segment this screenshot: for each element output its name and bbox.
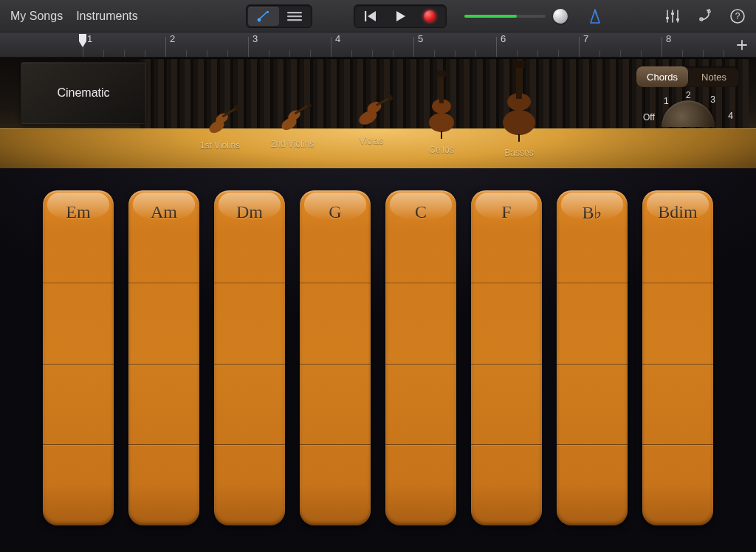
chord-strip-segment[interactable]: [128, 364, 199, 445]
mixer-button[interactable]: [664, 9, 681, 24]
chord-strip-segment[interactable]: [214, 444, 285, 525]
autoplay-step-3: 3: [710, 94, 715, 105]
chord-strip-segment[interactable]: [471, 444, 542, 525]
chord-strip-segment[interactable]: [471, 364, 542, 445]
instrument-view-button[interactable]: [248, 7, 279, 26]
tracks-view-button[interactable]: [279, 7, 310, 26]
svg-point-0: [257, 18, 261, 21]
section-label: 2nd Violins: [268, 139, 317, 149]
ruler-subtick: [537, 50, 538, 57]
chord-strip-segment[interactable]: [557, 444, 628, 525]
toolbar-right-group: ?: [664, 8, 746, 24]
svg-marker-6: [368, 11, 376, 21]
chord-strip-segment[interactable]: [642, 364, 713, 445]
go-to-start-button[interactable]: [356, 7, 385, 26]
help-button[interactable]: ?: [729, 8, 746, 24]
chord-strip: Am: [128, 190, 199, 525]
section-cellos[interactable]: Cellos: [419, 71, 464, 155]
section-label: Basses: [493, 148, 545, 158]
svg-rect-42: [513, 61, 525, 68]
ruler-subtick: [475, 50, 476, 57]
chord-label: Em: [66, 202, 90, 222]
svg-rect-13: [666, 17, 669, 19]
chord-strip-segment[interactable]: [385, 364, 456, 445]
metronome-button[interactable]: [587, 8, 603, 24]
instrument-selector[interactable]: Cinematic: [21, 62, 146, 124]
chord-strip-head[interactable]: F: [471, 190, 542, 283]
chord-strip-segment[interactable]: [300, 283, 371, 364]
chord-strip-segment[interactable]: [642, 444, 713, 525]
chord-strip-segment[interactable]: [642, 283, 713, 364]
chord-strip-segment[interactable]: [214, 283, 285, 364]
svg-marker-8: [591, 10, 599, 23]
ruler-bar-number: 3: [252, 33, 258, 44]
chord-strip: B♭: [557, 190, 628, 525]
svg-rect-36: [439, 74, 444, 103]
record-button[interactable]: [415, 7, 444, 26]
chord-label: G: [329, 202, 341, 222]
chord-strip: C: [385, 190, 456, 525]
master-volume[interactable]: [464, 9, 568, 24]
playhead[interactable]: [78, 34, 88, 49]
chord-strip-segment[interactable]: [300, 444, 371, 525]
settings-button[interactable]: [697, 8, 713, 24]
section-2nd-violins[interactable]: 2nd Violins: [268, 99, 317, 149]
chord-strip-segment[interactable]: [385, 444, 456, 525]
volume-knob[interactable]: [553, 9, 568, 24]
timeline-ruler[interactable]: 12345678: [0, 32, 756, 58]
chord-strip-segment[interactable]: [214, 364, 285, 445]
chord-strip-segment[interactable]: [300, 364, 371, 445]
ruler-bar-marker: 2: [165, 37, 166, 57]
chord-strip-segment[interactable]: [43, 283, 114, 364]
chord-strip-head[interactable]: C: [385, 190, 456, 283]
autoplay-control[interactable]: Off 1 2 3 4 Autoplay: [636, 94, 740, 161]
section-1st-violins[interactable]: 1st Violins: [196, 103, 244, 151]
stage-area: Cinematic 1st Violins 2nd Violins Violas…: [0, 58, 756, 168]
chord-label: Am: [151, 202, 177, 222]
ruler-bar-number: 5: [418, 33, 423, 44]
chord-strip-head[interactable]: Bdim: [642, 190, 713, 283]
ruler-bar-number: 7: [583, 33, 588, 44]
mode-notes[interactable]: Notes: [688, 66, 740, 87]
ruler-subtick: [434, 50, 435, 57]
chord-strip-head[interactable]: G: [300, 190, 371, 283]
chord-strip-segment[interactable]: [557, 364, 628, 445]
svg-text:?: ?: [735, 11, 740, 21]
my-songs-button[interactable]: My Songs: [10, 10, 63, 23]
ruler-subtick: [145, 50, 145, 57]
instruments-button[interactable]: Instruments: [76, 10, 138, 23]
chord-strip-segment[interactable]: [385, 283, 456, 364]
autoplay-step-1: 1: [664, 96, 669, 106]
chord-strip-head[interactable]: Em: [43, 190, 114, 283]
autoplay-dial[interactable]: Off 1 2 3 4: [647, 94, 729, 135]
section-label: Violas: [346, 136, 397, 146]
ruler-subtick: [682, 50, 683, 57]
violin-icon: [268, 99, 317, 134]
chord-strip-segment[interactable]: [43, 364, 114, 445]
ruler-subtick: [620, 50, 621, 57]
chord-strip-head[interactable]: Dm: [214, 190, 285, 283]
viola-icon: [346, 89, 397, 131]
chords-notes-toggle[interactable]: Chords Notes: [636, 66, 740, 87]
section-basses[interactable]: Basses: [493, 61, 545, 158]
chord-strip-segment[interactable]: [128, 444, 199, 525]
chord-strip-segment[interactable]: [43, 444, 114, 525]
play-button[interactable]: [385, 7, 415, 26]
chord-strip-head[interactable]: Am: [128, 190, 199, 283]
chord-strip-segment[interactable]: [557, 283, 628, 364]
chord-strip-head[interactable]: B♭: [557, 190, 628, 283]
view-mode-group: [246, 4, 312, 28]
violin-icon: [196, 103, 244, 136]
ruler-subtick: [124, 50, 125, 57]
add-section-button[interactable]: [732, 35, 752, 55]
section-violas[interactable]: Violas: [346, 89, 397, 146]
volume-track[interactable]: [464, 15, 546, 18]
ruler-bar-marker: 7: [579, 37, 580, 57]
mode-chords[interactable]: Chords: [636, 66, 688, 87]
ruler-subtick: [372, 50, 373, 57]
chord-strip-segment[interactable]: [128, 283, 199, 364]
svg-marker-7: [396, 11, 405, 21]
chord-strip: G: [300, 190, 371, 525]
ruler-subtick: [351, 50, 352, 57]
chord-strip-segment[interactable]: [471, 283, 542, 364]
